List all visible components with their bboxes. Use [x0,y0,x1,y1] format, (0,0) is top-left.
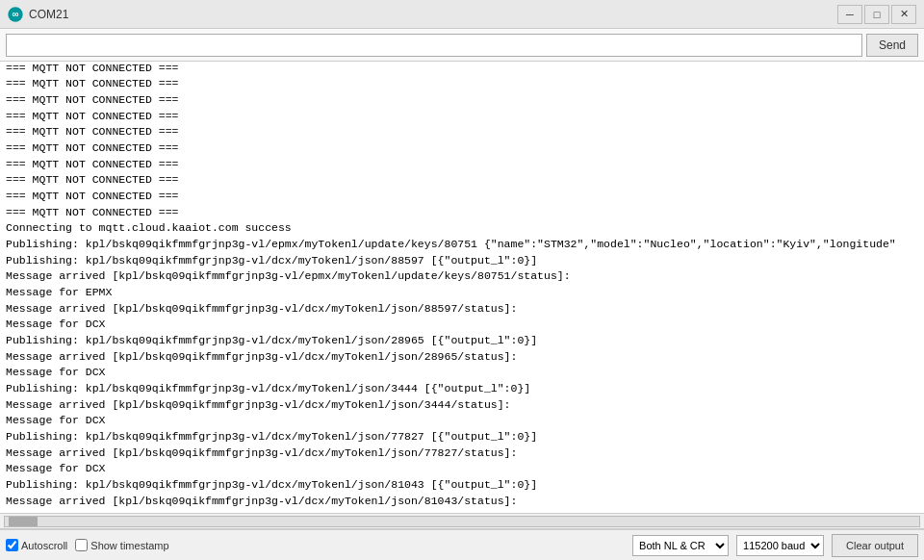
serial-line: === MQTT NOT CONNECTED === [6,92,918,109]
svg-text:∞: ∞ [12,8,18,18]
serial-line: Message arrived [kpl/bskq09qikfmmfgrjnp3… [6,494,918,510]
serial-line: Publishing: kpl/bskq09qikfmmfgrjnp3g-vl/… [6,477,918,494]
window-title: COM21 [29,8,837,21]
autoscroll-label[interactable]: Autoscroll [6,539,67,551]
close-button[interactable]: ✕ [891,5,916,24]
baud-rate-select[interactable]: 300 baud1200 baud2400 baud4800 baud9600 … [736,535,824,556]
arduino-logo-icon: ∞ [8,7,23,22]
show-timestamp-label[interactable]: Show timestamp [75,539,168,551]
clear-output-button[interactable]: Clear output [832,534,918,557]
serial-line: Connecting to mqtt.cloud.kaaiot.com succ… [6,220,918,237]
serial-line: === MQTT NOT CONNECTED === [6,157,918,173]
serial-line: === MQTT NOT CONNECTED === [6,124,918,140]
serial-line: === MQTT NOT CONNECTED === [6,62,918,76]
serial-line: === MQTT NOT CONNECTED === [6,205,918,221]
serial-line: === MQTT NOT CONNECTED === [6,140,918,157]
serial-line: Message arrived [kpl/bskq09qikfmmfgrjnp3… [6,445,918,462]
serial-line: Publishing: kpl/bskq09qikfmmfgrjnp3g-vl/… [6,429,918,445]
serial-line: Publishing: kpl/bskq09qikfmmfgrjnp3g-vl/… [6,333,918,349]
serial-input[interactable] [6,34,862,57]
serial-line: === MQTT NOT CONNECTED === [6,189,918,205]
input-bar: Send [0,29,924,62]
bottom-bar: Autoscroll Show timestamp No line ending… [0,529,924,560]
serial-line: === MQTT NOT CONNECTED === [6,172,918,189]
serial-line: Message for DCX [6,365,918,381]
serial-line: Message for DCX [6,461,918,477]
maximize-button[interactable]: □ [864,5,889,24]
serial-line: === MQTT NOT CONNECTED === [6,109,918,125]
serial-line: Message arrived [kpl/bskq09qikfmmfgrjnp3… [6,397,918,414]
title-bar: ∞ COM21 ─ □ ✕ [0,0,924,29]
serial-line: Message arrived [kpl/bskq09qikfmmfgrjnp3… [6,301,918,318]
autoscroll-checkbox[interactable] [6,539,18,551]
minimize-button[interactable]: ─ [837,5,862,24]
serial-line: Message arrived [kpl/bskq09qikfmmfgrjnp3… [6,349,918,366]
line-ending-select[interactable]: No line endingNewlineCarriage returnBoth… [632,535,729,556]
serial-line: === MQTT NOT CONNECTED === [6,76,918,92]
serial-line: Publishing: kpl/bskq09qikfmmfgrjnp3g-vl/… [6,253,918,269]
window-controls: ─ □ ✕ [837,5,916,24]
serial-line: Message for EPMX [6,285,918,301]
hscroll-thumb[interactable] [9,517,38,526]
serial-line: Message for DCX [6,317,918,333]
show-timestamp-checkbox[interactable] [75,539,88,551]
serial-line: Message arrived [kpl/bskq09qikfmmfgrjnp3… [6,268,918,285]
serial-line: Message for DCX [6,413,918,429]
hscroll-track[interactable] [4,516,920,527]
serial-output[interactable]: === MQTT NOT CONNECTED ====== MQTT NOT C… [0,62,924,514]
serial-line: Publishing: kpl/bskq09qikfmmfgrjnp3g-vl/… [6,237,918,253]
horizontal-scrollbar[interactable] [0,514,924,529]
serial-line: Publishing: kpl/bskq09qikfmmfgrjnp3g-vl/… [6,381,918,397]
send-button[interactable]: Send [866,34,918,57]
